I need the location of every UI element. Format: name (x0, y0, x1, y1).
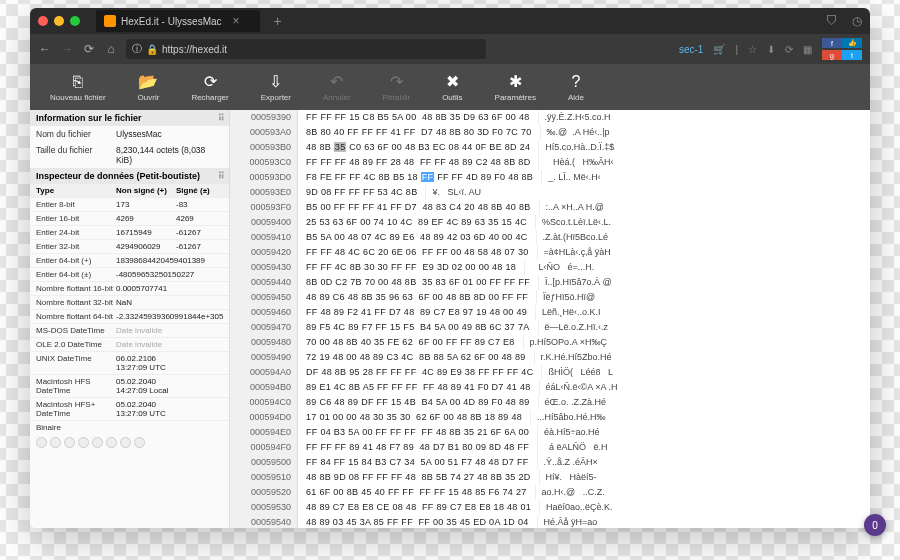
hex-row[interactable]: 0005945048 89 C6 48 8B 35 96 63 6F 00 48… (230, 290, 870, 305)
sec1-indicator[interactable]: sec-1 (679, 44, 703, 55)
hex-row[interactable]: 00059500FF 84 FF 15 84 B3 C7 34 5A 00 51… (230, 455, 870, 470)
hex-row[interactable]: 00059390FF FF FF 15 C8 B5 5A 00 48 8B 35… (230, 110, 870, 125)
hex-ascii[interactable]: éà.Hí5÷ao.Hé (537, 425, 870, 440)
close-window-button[interactable] (38, 16, 48, 26)
hex-row[interactable]: 0005949072 19 48 00 48 89 C3 4C 8B 88 5A… (230, 350, 870, 365)
hex-bytes[interactable]: FF FF FF 48 89 FF 28 48 FF FF 48 89 C2 4… (298, 155, 538, 170)
hex-row[interactable]: 000593F0B5 00 FF FF FF 41 FF D7 48 83 C4… (230, 200, 870, 215)
hex-bytes[interactable]: FF FF FF 15 C8 B5 5A 00 48 8B 35 D9 63 6… (298, 110, 538, 125)
hex-row[interactable]: 000594408B 0D C2 7B 70 00 48 8B 35 83 6F… (230, 275, 870, 290)
hex-row[interactable]: 0005940025 53 63 6F 00 74 10 4C 89 EF 4C… (230, 215, 870, 230)
new-tab-button[interactable]: + (274, 13, 282, 29)
hex-bytes[interactable]: F8 FE FF FF 4C 8B B5 18 FF FF FF 4D 89 F… (298, 170, 541, 185)
drag-handle-icon[interactable]: ⠿ (218, 113, 223, 123)
browser-tab[interactable]: HexEd.it - UlyssesMac × (96, 10, 260, 32)
maximize-window-button[interactable] (70, 16, 80, 26)
hex-row[interactable]: 000594B089 E1 4C 8B A5 FF FF FF FF 48 89… (230, 380, 870, 395)
hex-ascii[interactable]: ...Hí5âbo.Hé.H‰ (530, 410, 870, 425)
hex-bytes[interactable]: 89 E1 4C 8B A5 FF FF FF FF 48 89 41 F0 D… (298, 380, 539, 395)
hex-bytes[interactable]: FF 48 89 F2 41 FF D7 48 89 C7 E8 97 19 4… (298, 305, 535, 320)
hex-ascii[interactable]: Lëñ.¸Hë‹..o.K.I (535, 305, 870, 320)
hex-row[interactable]: 0005947089 F5 4C 89 F7 FF 15 F5 B4 5A 00… (230, 320, 870, 335)
back-button[interactable]: ← (38, 42, 52, 56)
hex-ascii[interactable]: :..A ×H..A H.@ (539, 200, 871, 215)
hex-ascii[interactable]: ë—Lë.o.Z.Hï.‹.z (538, 320, 870, 335)
twitter-icon[interactable]: t (842, 50, 862, 60)
hex-row[interactable]: 00059460FF 48 89 F2 41 FF D7 48 89 C7 E8… (230, 305, 870, 320)
hex-bytes[interactable]: 61 6F 00 8B 45 40 FF FF FF FF 15 48 85 F… (298, 485, 535, 500)
hex-bytes[interactable]: DF 48 8B 95 28 FF FF FF 4C 89 E9 38 FF F… (298, 365, 541, 380)
bit[interactable] (92, 437, 103, 448)
hex-ascii[interactable]: Hí¥. Hàëí5- (539, 470, 870, 485)
toolbar-outils[interactable]: ✖Outils (426, 72, 478, 102)
hex-ascii[interactable]: p.Hí5OPo.A ×H‰Ç (523, 335, 870, 350)
hex-row[interactable]: 00059430FF FF 4C 8B 30 30 FF FF E9 3D 02… (230, 260, 870, 275)
hex-ascii[interactable]: %Sco.t.Lèï.Lë‹.L. (535, 215, 870, 230)
hex-row[interactable]: 0005954048 89 03 45 3A 85 FF FF FF 00 35… (230, 515, 870, 528)
hex-ascii[interactable]: Haëí0ao..ëÇè.K. (539, 500, 870, 515)
home-button[interactable]: ⌂ (104, 42, 118, 56)
bit[interactable] (106, 437, 117, 448)
hex-ascii[interactable]: .ÿÿ.È.Z.H‹5.co.H (538, 110, 870, 125)
hex-ascii[interactable]: Hí5.co.Hà..D.Ï.‡$ (538, 140, 870, 155)
hex-bytes[interactable]: FF 04 B3 5A 00 FF FF FF FF 48 8B 35 21 6… (298, 425, 537, 440)
hex-row[interactable]: 000593D0F8 FE FF FF 4C 8B B5 18 FF FF FF… (230, 170, 870, 185)
notification-badge[interactable]: 0 (864, 514, 886, 536)
toolbar-ouvrir[interactable]: 📂Ouvrir (122, 72, 176, 102)
hex-ascii[interactable]: ßHÌÖ( Léé8 L (541, 365, 870, 380)
hex-bytes[interactable]: 48 89 C6 48 8B 35 96 63 6F 00 48 8B 8D 0… (298, 290, 536, 305)
bit[interactable] (120, 437, 131, 448)
shield-icon[interactable]: ⛉ (826, 14, 838, 28)
hex-ascii[interactable]: éŒ.o. .Z.Zà.Hé (538, 395, 870, 410)
hex-ascii[interactable]: .Ÿ..å.Z .éÃH× (537, 455, 870, 470)
hex-row[interactable]: 000594A0DF 48 8B 95 28 FF FF FF 4C 89 E9… (230, 365, 870, 380)
hex-ascii[interactable]: á ëALÑÖ ë.H (537, 440, 870, 455)
hex-bytes[interactable]: 48 89 C7 E8 E8 CE 08 48 FF 89 C7 E8 E8 1… (298, 500, 539, 515)
hex-bytes[interactable]: FF 84 FF 15 84 B3 C7 34 5A 00 51 F7 48 4… (298, 455, 537, 470)
hex-bytes[interactable]: 89 F5 4C 89 F7 FF 15 F5 B4 5A 00 49 8B 6… (298, 320, 538, 335)
toolbar-annuler[interactable]: ↶Annuler (307, 72, 367, 102)
hex-ascii[interactable]: .Z.àt.(Hï5Bco.Lé (536, 230, 870, 245)
toolbar-nouveau-fichier[interactable]: ⎘Nouveau fichier (34, 73, 122, 102)
bit[interactable] (64, 437, 75, 448)
toolbar-rétablir[interactable]: ↷Rétablir (367, 72, 427, 102)
hex-bytes[interactable]: FF FF FF 89 41 48 F7 89 48 D7 B1 80 09 8… (298, 440, 537, 455)
drag-handle-icon[interactable]: ⠿ (218, 171, 223, 181)
minimize-window-button[interactable] (54, 16, 64, 26)
hex-row[interactable]: 0005948070 00 48 8B 40 35 FE 62 6F 00 FF… (230, 335, 870, 350)
hex-row[interactable]: 000594D017 01 00 00 48 30 35 30 62 6F 00… (230, 410, 870, 425)
forward-button[interactable]: → (60, 42, 74, 56)
history-icon[interactable]: ⟳ (785, 44, 793, 55)
hex-bytes[interactable]: 89 C6 48 89 DF FF 15 4B B4 5A 00 4D 89 F… (298, 395, 538, 410)
hex-ascii[interactable]: éáL‹Ñ.ë‹©A ×A .H (539, 380, 871, 395)
lock-icon[interactable]: 🔒 (146, 44, 158, 55)
hex-row[interactable]: 000594C089 C6 48 89 DF FF 15 4B B4 5A 00… (230, 395, 870, 410)
grid-icon[interactable]: ▦ (803, 44, 812, 55)
hex-bytes[interactable]: B5 5A 00 48 07 4C 89 E6 48 89 42 03 6D 4… (298, 230, 536, 245)
toolbar-exporter[interactable]: ⇩Exporter (245, 72, 307, 102)
hex-row[interactable]: 00059410B5 5A 00 48 07 4C 89 E6 48 89 42… (230, 230, 870, 245)
hex-row[interactable]: 00059420FF FF 48 4C 6C 20 6E 06 FF FF 00… (230, 245, 870, 260)
info-icon[interactable]: ⓘ (132, 42, 142, 56)
url-input[interactable]: ⓘ 🔒 https://hexed.it (126, 39, 486, 59)
hex-row[interactable]: 000593E09D 08 FF FF FF 53 4C 8B¥. SL‹ï. … (230, 185, 870, 200)
bit[interactable] (50, 437, 61, 448)
download-icon[interactable]: ⬇ (767, 44, 775, 55)
hex-ascii[interactable]: L‹ÑO é=...H. (524, 260, 870, 275)
inspector-header[interactable]: Inspecteur de données (Petit-boutiste) ⠿ (30, 168, 229, 184)
bit[interactable] (36, 437, 47, 448)
hex-row[interactable]: 0005951048 8B 9D 08 FF FF FF 48 8B 5B 74… (230, 470, 870, 485)
hex-bytes[interactable]: 17 01 00 00 48 30 35 30 62 6F 00 48 8B 1… (298, 410, 530, 425)
cart-icon[interactable]: 🛒 (713, 44, 725, 55)
hex-ascii[interactable]: ÏëƒHï5ö.Hï@ (536, 290, 870, 305)
hex-row[interactable]: 0005952061 6F 00 8B 45 40 FF FF FF FF 15… (230, 485, 870, 500)
hex-ascii[interactable]: =à¢HLà‹.ç‚å ÿàH (537, 245, 870, 260)
hex-row[interactable]: 000593A08B 80 40 FF FF FF 41 FF D7 48 8B… (230, 125, 870, 140)
hex-ascii[interactable]: ¥. SL‹ï. AU (425, 185, 870, 200)
hex-ascii[interactable]: r.K.Hé.Hí5Zbo.Hé (534, 350, 870, 365)
close-tab-icon[interactable]: × (233, 14, 240, 28)
hex-bytes[interactable]: 8B 80 40 FF FF FF 41 FF D7 48 8B 80 3D F… (298, 125, 540, 140)
hex-bytes[interactable]: 70 00 48 8B 40 35 FE 62 6F 00 FF FF 89 C… (298, 335, 523, 350)
gplus-icon[interactable]: g (822, 50, 842, 60)
hex-row[interactable]: 000593C0FF FF FF 48 89 FF 28 48 FF FF 48… (230, 155, 870, 170)
